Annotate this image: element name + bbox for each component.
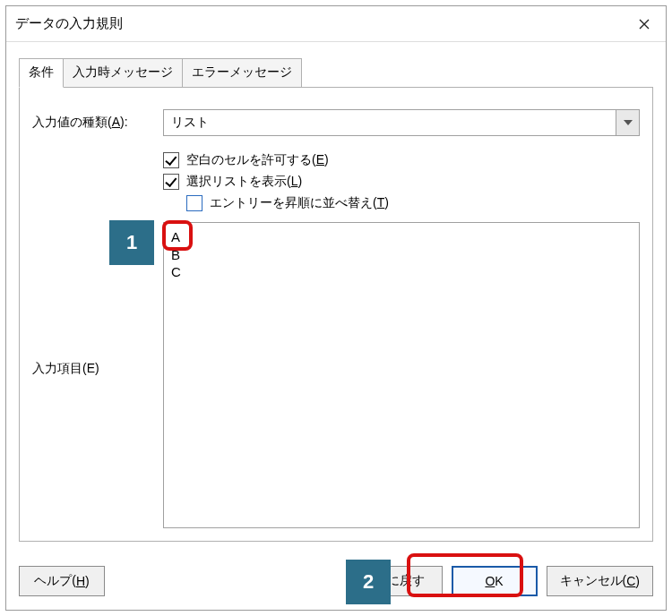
allow-blank-label: 空白のセルを許可する(E) bbox=[186, 152, 329, 168]
chevron-down-icon[interactable] bbox=[616, 110, 639, 135]
tab-input-help[interactable]: 入力時メッセージ bbox=[63, 58, 183, 87]
dialog-title: データの入力規則 bbox=[15, 15, 623, 32]
show-list-row: 選択リストを表示(L) bbox=[163, 174, 652, 190]
entries-label: 入力項目(E) bbox=[32, 361, 163, 377]
button-row: ヘルプ(H) 元に戻す OK キャンセル(C) bbox=[6, 554, 666, 608]
tab-strip: 条件 入力時メッセージ エラーメッセージ bbox=[19, 58, 666, 87]
show-list-label: 選択リストを表示(L) bbox=[186, 174, 302, 190]
entries-textarea[interactable] bbox=[163, 222, 640, 528]
reset-button[interactable]: 元に戻す bbox=[357, 566, 443, 596]
allow-row: 入力値の種類(A): リスト bbox=[20, 88, 652, 140]
allow-blank-row: 空白のセルを許可する(E) bbox=[163, 152, 652, 168]
tab-error-message[interactable]: エラーメッセージ bbox=[182, 58, 302, 87]
titlebar: データの入力規則 bbox=[6, 6, 666, 42]
close-icon[interactable] bbox=[623, 6, 666, 42]
cancel-button[interactable]: キャンセル(C) bbox=[547, 566, 653, 596]
ok-button[interactable]: OK bbox=[452, 566, 538, 596]
help-button[interactable]: ヘルプ(H) bbox=[19, 566, 105, 596]
allow-combo-value: リスト bbox=[164, 110, 616, 135]
allow-blank-checkbox[interactable] bbox=[163, 152, 179, 168]
data-validation-dialog: データの入力規則 条件 入力時メッセージ エラーメッセージ 入力値の種類(A):… bbox=[5, 5, 667, 611]
sort-asc-checkbox[interactable] bbox=[186, 195, 202, 211]
sort-asc-label: エントリーを昇順に並べ替え(T) bbox=[210, 195, 389, 211]
tab-panel-conditions: 入力値の種類(A): リスト 空白のセルを許可する(E) 選択リストを表示(L) bbox=[19, 87, 653, 542]
allow-combo[interactable]: リスト bbox=[163, 109, 640, 136]
allow-label: 入力値の種類(A): bbox=[32, 115, 163, 131]
show-list-checkbox[interactable] bbox=[163, 174, 179, 190]
tab-conditions[interactable]: 条件 bbox=[19, 58, 64, 88]
sort-asc-row: エントリーを昇順に並べ替え(T) bbox=[186, 195, 652, 211]
